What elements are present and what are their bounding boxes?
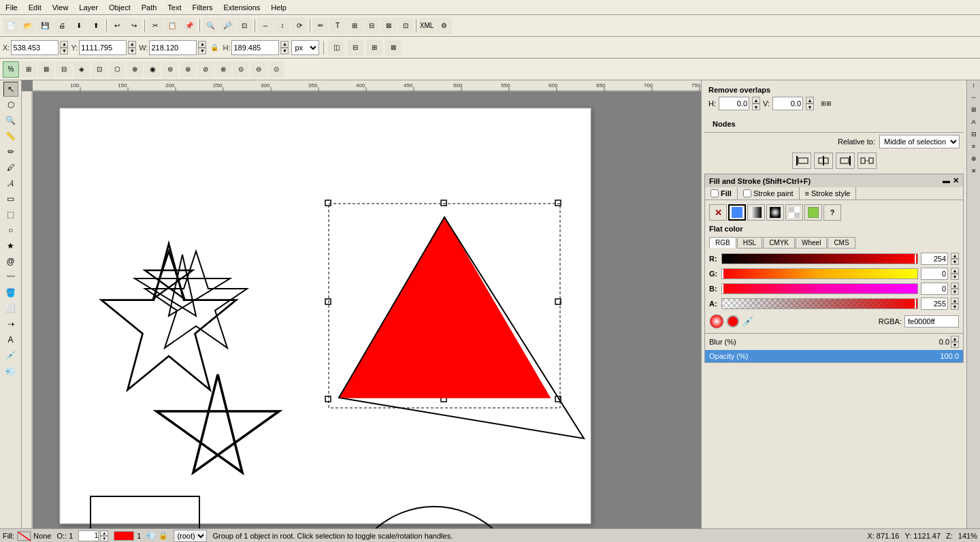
h-input[interactable] bbox=[231, 40, 279, 55]
snap2-btn[interactable]: ⊞ bbox=[20, 61, 37, 78]
a-value[interactable] bbox=[921, 298, 948, 310]
transform-c-button[interactable]: ⟳ bbox=[291, 18, 308, 34]
transform-a-button[interactable]: ↔ bbox=[257, 18, 274, 34]
color-pattern-btn[interactable] bbox=[785, 204, 803, 221]
b-up[interactable]: ▲ bbox=[951, 283, 959, 289]
b-value[interactable] bbox=[921, 283, 948, 295]
preferences-button[interactable]: ⚙ bbox=[436, 18, 452, 34]
menu-help[interactable]: Help bbox=[265, 2, 292, 13]
color-radial-btn[interactable] bbox=[766, 204, 784, 221]
color-dropper-btn[interactable]: 💉 bbox=[742, 316, 753, 327]
x-input[interactable] bbox=[11, 40, 59, 55]
freehand-tool[interactable]: 〰 bbox=[3, 270, 18, 285]
snap5-btn[interactable]: ◈ bbox=[74, 61, 90, 78]
ro-v-down[interactable]: ▼ bbox=[806, 103, 814, 110]
undo-button[interactable]: ↩ bbox=[109, 18, 125, 34]
snap15-btn[interactable]: ⊖ bbox=[250, 61, 267, 78]
blur-down[interactable]: ▼ bbox=[951, 342, 959, 348]
x-up[interactable]: ▲ bbox=[60, 41, 68, 48]
r-slider[interactable] bbox=[721, 253, 918, 264]
gradient-tool[interactable]: ⬜ bbox=[3, 301, 18, 316]
menu-edit[interactable]: Edit bbox=[23, 2, 47, 13]
pen-tool[interactable]: 🖊 bbox=[3, 160, 18, 175]
svg-canvas[interactable] bbox=[46, 105, 701, 528]
cm-cms-tab[interactable]: CMS bbox=[828, 237, 855, 249]
align1-btn[interactable]: ◫ bbox=[328, 39, 344, 56]
calli-tool[interactable]: 𝓐 bbox=[3, 176, 18, 191]
align3-btn[interactable]: ⊞ bbox=[366, 39, 382, 56]
menu-extensions[interactable]: Extensions bbox=[218, 2, 265, 13]
snap13-btn[interactable]: ⊗ bbox=[215, 61, 231, 78]
color-unknown-btn[interactable]: ? bbox=[823, 204, 841, 221]
side-icon-6[interactable]: ≡ bbox=[968, 143, 979, 154]
copy-button[interactable]: 📋 bbox=[164, 18, 180, 34]
side-icon-1[interactable]: ↕ bbox=[968, 82, 979, 93]
side-icon-3[interactable]: ⊞ bbox=[968, 106, 979, 117]
menu-file[interactable]: File bbox=[0, 2, 23, 13]
node-tool[interactable]: ⬡ bbox=[3, 97, 18, 112]
w-up[interactable]: ▲ bbox=[198, 41, 206, 48]
units-select[interactable]: px mm cm in pt bbox=[291, 40, 319, 55]
ro-h-up[interactable]: ▲ bbox=[752, 97, 760, 103]
tab-fill[interactable]: Fill bbox=[705, 187, 738, 200]
paste-button[interactable]: 📌 bbox=[181, 18, 197, 34]
color-swatch-btn[interactable] bbox=[804, 204, 822, 221]
y-down[interactable]: ▼ bbox=[128, 48, 136, 54]
measure-tool[interactable]: 📏 bbox=[3, 129, 18, 144]
box3d-tool[interactable]: ⬚ bbox=[3, 207, 18, 222]
node-edit-button[interactable]: ✏ bbox=[312, 18, 329, 34]
fill-stroke-close[interactable]: ✕ bbox=[953, 176, 959, 185]
fill-stroke-minimize[interactable]: ▬ bbox=[943, 176, 950, 185]
y-input[interactable] bbox=[79, 40, 127, 55]
r-down[interactable]: ▼ bbox=[951, 259, 959, 265]
cm-wheel-tab[interactable]: Wheel bbox=[796, 237, 827, 249]
root-select[interactable]: (root) bbox=[174, 530, 207, 542]
side-icon-5[interactable]: ⊟ bbox=[968, 131, 979, 142]
connector-tool[interactable]: ⇢ bbox=[3, 317, 18, 332]
xml-button[interactable]: XML bbox=[419, 18, 435, 34]
canvas-area[interactable]: 100 150 200 250 300 350 400 450 bbox=[22, 80, 701, 528]
import-button[interactable]: ⬇ bbox=[71, 18, 87, 34]
side-icon-7[interactable]: ⊕ bbox=[968, 155, 979, 166]
cm-cmyk-tab[interactable]: CMYK bbox=[763, 237, 795, 249]
side-icon-8[interactable]: ✕ bbox=[968, 168, 979, 178]
node-align-right-btn[interactable] bbox=[836, 153, 855, 169]
spray-icon-status[interactable]: 💨 bbox=[146, 531, 156, 540]
menu-text[interactable]: Text bbox=[162, 2, 186, 13]
a-down[interactable]: ▼ bbox=[951, 304, 959, 310]
circle-tool[interactable]: ○ bbox=[3, 223, 18, 238]
zoom-fit-button[interactable]: ⊡ bbox=[236, 18, 252, 34]
redo-button[interactable]: ↪ bbox=[126, 18, 142, 34]
menu-view[interactable]: View bbox=[47, 2, 74, 13]
r-value[interactable] bbox=[921, 253, 948, 265]
extra4-button[interactable]: ⊡ bbox=[397, 18, 414, 34]
stroke-paint-checkbox[interactable] bbox=[743, 189, 751, 197]
g-down[interactable]: ▼ bbox=[951, 274, 959, 280]
extra2-button[interactable]: ⊟ bbox=[363, 18, 380, 34]
zoom-tool[interactable]: 🔍 bbox=[3, 113, 18, 128]
color-linear-btn[interactable] bbox=[747, 204, 765, 221]
node-align-center-btn[interactable] bbox=[814, 153, 833, 169]
drawing-canvas[interactable] bbox=[33, 91, 701, 528]
snap12-btn[interactable]: ⊘ bbox=[197, 61, 214, 78]
extra3-button[interactable]: ⊠ bbox=[380, 18, 397, 34]
select-tool[interactable]: ↖ bbox=[3, 82, 18, 97]
side-icon-2[interactable]: ↔ bbox=[968, 94, 979, 105]
snap7-btn[interactable]: ⬡ bbox=[109, 61, 125, 78]
color-wheel-icon[interactable] bbox=[709, 314, 724, 329]
ro-h-input[interactable] bbox=[719, 97, 749, 110]
nodes-relative-select[interactable]: Middle of selection First selected Last … bbox=[879, 135, 960, 148]
align4-btn[interactable]: ⊠ bbox=[385, 39, 402, 56]
snap16-btn[interactable]: ⊙ bbox=[268, 61, 284, 78]
menu-filters[interactable]: Filters bbox=[187, 2, 218, 13]
snap10-btn[interactable]: ⊜ bbox=[162, 61, 178, 78]
save-button[interactable]: 💾 bbox=[37, 18, 53, 34]
snap4-btn[interactable]: ⊟ bbox=[56, 61, 72, 78]
node-align-left-btn[interactable] bbox=[792, 153, 811, 169]
a-up[interactable]: ▲ bbox=[951, 298, 959, 304]
x-down[interactable]: ▼ bbox=[60, 48, 68, 54]
cut-button[interactable]: ✂ bbox=[147, 18, 163, 34]
text-tool-button[interactable]: T bbox=[329, 18, 346, 34]
spray-tool[interactable]: 💨 bbox=[3, 364, 18, 379]
ro-h-down[interactable]: ▼ bbox=[752, 103, 760, 110]
